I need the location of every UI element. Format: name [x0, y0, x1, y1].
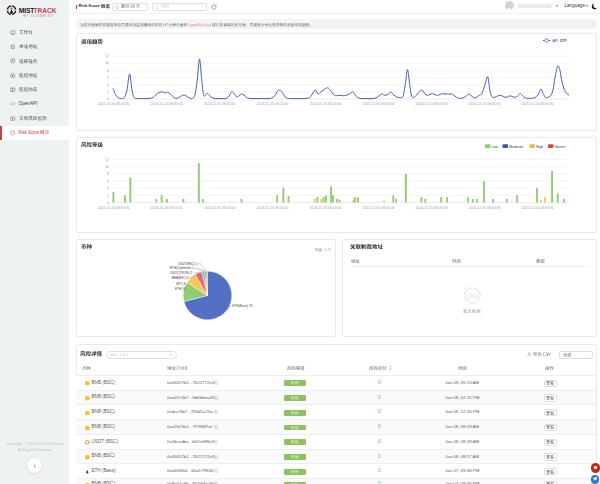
- svg-text:8: 8: [107, 69, 109, 73]
- svg-text:2024-11-15 08:00:00: 2024-11-15 08:00:00: [256, 102, 288, 106]
- svg-text:2: 2: [107, 90, 109, 94]
- svg-text:API: API: [552, 39, 558, 43]
- svg-text:12: 12: [105, 54, 109, 58]
- svg-text:2024-11-15 08:00:00: 2024-11-15 08:00:00: [256, 205, 288, 209]
- svg-text:2024-12-25 08:00:00: 2024-12-25 08:00:00: [468, 102, 500, 106]
- svg-text:Low: Low: [491, 144, 498, 148]
- svg-text:2025-01-04 08:00:00: 2025-01-04 08:00:00: [521, 102, 553, 106]
- svg-text:2: 2: [107, 193, 109, 197]
- svg-text:High: High: [536, 144, 543, 148]
- svg-text:ETH(Optimism):1: ETH(Optimism):1: [169, 266, 193, 270]
- svg-text:4: 4: [107, 186, 109, 190]
- svg-text:BY SLOWMIST: BY SLOWMIST: [24, 14, 54, 18]
- svg-text:10: 10: [105, 164, 109, 168]
- svg-text:2024-11-05 08:00:00: 2024-11-05 08:00:00: [203, 205, 235, 209]
- svg-text:8: 8: [107, 172, 109, 176]
- svg-text:2024-12-15 08:00:00: 2024-12-15 08:00:00: [415, 205, 447, 209]
- svg-text:USDT(BSC):1: USDT(BSC):1: [177, 261, 197, 265]
- svg-text:0: 0: [107, 200, 109, 204]
- svg-text:TRACK: TRACK: [34, 7, 57, 14]
- svg-text:6: 6: [107, 179, 109, 183]
- svg-text:2024-12-15 08:00:00: 2024-12-15 08:00:00: [415, 102, 447, 106]
- svg-text:ETH:14: ETH:14: [174, 286, 185, 290]
- svg-text:2025-01-04 08:00:00: 2025-01-04 08:00:00: [521, 205, 553, 209]
- svg-text:2024-12-05 08:00:00: 2024-12-05 08:00:00: [362, 205, 394, 209]
- svg-text:Moderate: Moderate: [509, 144, 523, 148]
- svg-text:USDT(TRON):2: USDT(TRON):2: [170, 271, 192, 275]
- svg-text:2024-11-25 08:00:00: 2024-11-25 08:00:00: [309, 102, 341, 106]
- svg-text:2024-10-26 08:00:00: 2024-10-26 08:00:00: [150, 102, 182, 106]
- svg-text:ETH(Base):76: ETH(Base):76: [232, 304, 252, 308]
- svg-text:2024-12-05 08:00:00: 2024-12-05 08:00:00: [362, 102, 394, 106]
- svg-text:6: 6: [107, 76, 109, 80]
- svg-text:2024-10-16 08:00:00: 2024-10-16 08:00:00: [97, 102, 129, 106]
- svg-text:Severe: Severe: [554, 144, 565, 148]
- svg-text:12: 12: [105, 157, 109, 161]
- svg-text:10: 10: [105, 61, 109, 65]
- svg-text:2024-12-25 08:00:00: 2024-12-25 08:00:00: [468, 205, 500, 209]
- svg-text:4: 4: [107, 83, 109, 87]
- svg-text:2024-11-25 08:00:00: 2024-11-25 08:00:00: [309, 205, 341, 209]
- svg-text:BNB(BSC):5: BNB(BSC):5: [171, 275, 189, 279]
- svg-text:BTC:8: BTC:8: [176, 282, 185, 286]
- svg-text:2024-10-26 08:00:00: 2024-10-26 08:00:00: [150, 205, 182, 209]
- svg-text:2024-11-05 08:00:00: 2024-11-05 08:00:00: [203, 102, 235, 106]
- svg-text:2024-10-16 08:00:00: 2024-10-16 08:00:00: [97, 205, 129, 209]
